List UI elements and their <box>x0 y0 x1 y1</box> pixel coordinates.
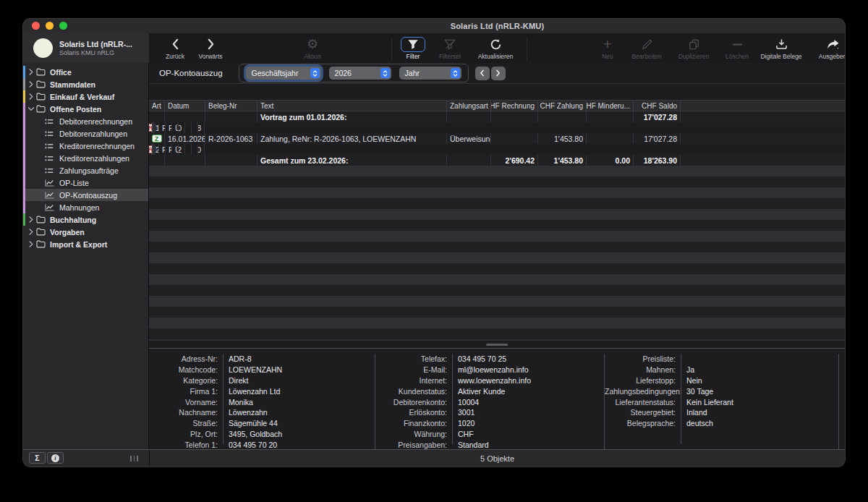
chevron-collapsed-icon[interactable] <box>27 241 35 247</box>
field-value: Löwenzahn <box>223 408 268 417</box>
cell-chf-minderu <box>192 144 198 155</box>
sidebar-item-label: Kreditorenrechnungen <box>59 142 135 150</box>
tray-download-icon <box>775 37 788 52</box>
field-value: Kein Lieferant <box>681 398 733 407</box>
sidebar-item-label: Office <box>50 68 72 77</box>
cell-text: Vortrag zum 01.01.2026: <box>258 111 447 122</box>
sidebar-item-op-liste[interactable]: OP-Liste <box>23 176 148 189</box>
gear-icon: ⚙ <box>307 37 318 52</box>
sidebar-item-label: Mahnungen <box>59 203 99 212</box>
cell-zahlungsart: Überweisung <box>447 133 491 144</box>
sidebar-item-buchhaltung[interactable]: Buchhaltung <box>23 213 148 226</box>
action-button[interactable]: ⚙ Aktion <box>294 34 331 63</box>
splitter-grip-icon[interactable] <box>486 344 508 346</box>
table-row[interactable]: Gesamt zum 23.02.2026:2'690.421'453.800.… <box>149 155 845 166</box>
cell-chf-rechnung: 1'453.80 <box>179 122 185 133</box>
table-row[interactable]: R15.01.2026R-2026-1063Rechnung, ReNr: R-… <box>149 122 157 133</box>
column-header-art[interactable]: Art <box>149 101 165 111</box>
sidebar-item-stammdaten[interactable]: Stammdaten <box>23 78 148 90</box>
sidebar-item-kreditorenzahlungen[interactable]: Kreditorenzahlungen <box>23 152 148 164</box>
sidebar-item-offene-posten[interactable]: Offene Posten <box>23 103 148 115</box>
forward-button[interactable]: Vorwärts <box>193 34 228 63</box>
field-value: LOEWENZAHN <box>223 365 282 374</box>
sidebar-item-kreditorenrechnungen[interactable]: Kreditorenrechnungen <box>23 140 148 152</box>
cell-text: Gesamt zum 23.02.2026: <box>258 155 447 166</box>
table-row[interactable]: Z16.01.2026R-2026-1063Zahlung, ReNr: R-2… <box>149 133 845 144</box>
period-type-select[interactable]: Geschäftsjahr <box>246 67 321 80</box>
column-header-chf-rechnung[interactable]: CHF Rechnung <box>491 101 538 111</box>
next-period-button[interactable] <box>491 67 506 80</box>
column-header-chf-minderu[interactable]: CHF Minderu... <box>587 101 634 111</box>
pane-splitter[interactable] <box>149 341 845 349</box>
cell-zahlungsart: Überweisung <box>172 122 179 133</box>
sidebar-item-import-export[interactable]: Import & Export <box>23 238 148 250</box>
sidebar-item-einkauf-verkauf[interactable]: Einkauf & Verkauf <box>23 90 148 103</box>
new-button[interactable]: + Neu <box>594 34 621 63</box>
table-empty-area[interactable] <box>149 166 845 341</box>
column-header-chf-saldo[interactable]: CHF Saldo <box>634 101 681 111</box>
filterset-button[interactable]: Filterset <box>433 34 467 63</box>
detail-field-e-mail: E-Mail:ml@loewenzahn.info <box>375 365 604 375</box>
year-select[interactable]: 2026 <box>329 67 391 80</box>
delete-button[interactable]: Löschen <box>721 34 753 63</box>
field-label: Währung: <box>375 430 452 438</box>
column-header-text[interactable]: Text <box>258 101 447 111</box>
chevron-collapsed-icon[interactable] <box>27 69 35 75</box>
column-header-datum[interactable]: Datum <box>165 101 205 111</box>
chevron-collapsed-icon[interactable] <box>27 216 35 223</box>
sidebar-item-debitorenzahlungen[interactable]: Debitorenzahlungen <box>23 127 148 140</box>
filter-button[interactable]: Filter <box>398 34 428 63</box>
detail-field-kundenstatus: Kundenstatus:Aktiver Kunde <box>375 386 604 396</box>
sidebar-item-debitorenrechnungen[interactable]: Debitorenrechnungen <box>23 115 148 127</box>
previous-period-button[interactable] <box>475 67 490 80</box>
category-strip <box>23 103 25 115</box>
field-label: Firma 1: <box>149 387 223 396</box>
toolbar-separator <box>527 38 527 60</box>
field-value: 1020 <box>452 419 475 427</box>
category-strip <box>23 115 25 127</box>
duplicate-icon <box>689 37 699 52</box>
duplicate-button[interactable]: Duplizieren <box>672 34 715 63</box>
cell-beleg-nr: R-2026-1064 <box>159 144 166 155</box>
chevron-collapsed-icon[interactable] <box>27 81 35 88</box>
output-button[interactable]: Ausgeben <box>812 34 845 63</box>
info-button[interactable]: i <box>47 452 64 464</box>
detail-field-plz-ort: Plz, Ort:3495, Goldbach <box>149 429 375 440</box>
back-button[interactable]: Zurück <box>160 34 190 63</box>
folder-icon <box>35 216 46 224</box>
category-strip <box>23 78 25 90</box>
close-window-icon[interactable] <box>32 22 40 30</box>
sum-button[interactable]: Σ <box>29 452 46 464</box>
field-value: www.loewenzahn.info <box>452 376 531 385</box>
sidebar-item-zahlungsauftr-ge[interactable]: Zahlungsaufträge <box>23 164 148 176</box>
table-row[interactable]: Vortrag zum 01.01.2026:17'027.28 <box>149 111 845 122</box>
chevron-collapsed-icon[interactable] <box>27 93 35 100</box>
table-row[interactable]: R23.02.2026R-2026-1064Rechnung, ReNr: R-… <box>149 144 157 155</box>
sidebar-item-vorgaben[interactable]: Vorgaben <box>23 226 148 238</box>
column-header-zahlungsart[interactable]: Zahlungsart <box>447 101 491 111</box>
refresh-button[interactable]: Aktualisieren <box>472 34 519 63</box>
detail-field-telefax: Telefax:034 495 70 25 <box>375 354 604 365</box>
cell-zahlungsart <box>447 111 491 122</box>
account-block[interactable]: Solaris Ltd (nRLR-... Solaris KMU nRLG <box>23 33 150 63</box>
detail-field-preisliste: Preisliste: <box>605 354 838 365</box>
sidebar-item-mahnungen[interactable]: Mahnungen <box>23 201 148 213</box>
minimize-window-icon[interactable] <box>46 22 54 30</box>
sidebar-item-op-kontoauszug[interactable]: OP-Kontoauszug <box>23 189 148 201</box>
digital-documents-button[interactable]: Digitale Belege <box>753 34 809 63</box>
detail-field-belegsprache: Belegsprache:deutsch <box>605 418 838 429</box>
sidebar-resize-grip[interactable] <box>130 456 138 461</box>
sidebar-item-office[interactable]: Office <box>23 66 148 78</box>
cell-datum: 16.01.2026 <box>165 133 205 144</box>
interval-select[interactable]: Jahr <box>399 67 461 80</box>
chevron-collapsed-icon[interactable] <box>27 229 35 235</box>
cell-datum: 15.01.2026 <box>153 122 159 133</box>
column-header-chf-zahlung[interactable]: CHF Zahlung <box>538 101 587 111</box>
chevron-expanded-icon[interactable] <box>27 106 35 112</box>
account-subtitle: Solaris KMU nRLG <box>59 49 132 57</box>
column-header-beleg-nr[interactable]: Beleg-Nr <box>205 101 258 111</box>
cell-chf-saldo: 18'263.90 <box>634 155 681 166</box>
zoom-window-icon[interactable] <box>59 22 67 30</box>
edit-button[interactable]: Bearbeiten <box>627 34 666 63</box>
field-value: Ja <box>681 365 694 374</box>
